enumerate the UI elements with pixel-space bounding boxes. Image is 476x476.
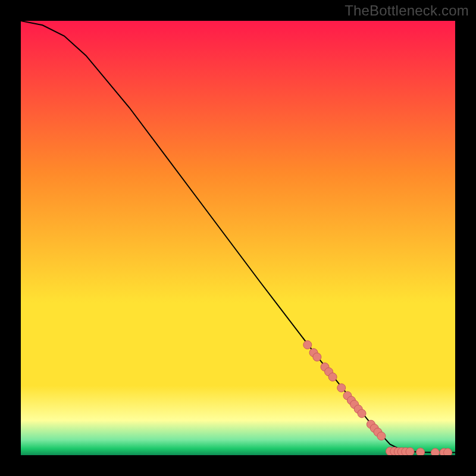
attribution-label: TheBottleneck.com — [345, 2, 469, 19]
data-point — [444, 449, 452, 455]
data-point — [313, 353, 321, 361]
data-point — [431, 449, 439, 455]
data-point — [377, 432, 386, 440]
data-point — [406, 447, 414, 455]
data-point — [416, 448, 425, 455]
gradient-background — [21, 21, 455, 455]
data-point — [337, 384, 346, 392]
data-point — [358, 409, 366, 418]
chart-frame: TheBottleneck.com — [0, 0, 476, 476]
chart-svg — [21, 21, 455, 455]
data-point — [303, 341, 312, 349]
data-point — [328, 373, 337, 381]
plot-area — [21, 21, 455, 455]
